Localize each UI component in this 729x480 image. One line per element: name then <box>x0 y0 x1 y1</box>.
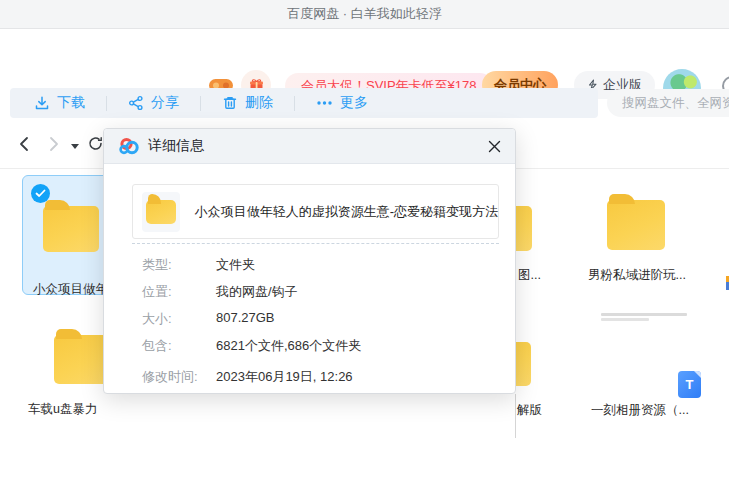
toolbar-divider <box>294 96 295 111</box>
file-item-album[interactable]: T 一刻相册资源（... <box>583 365 729 420</box>
trash-icon <box>222 95 238 111</box>
file-item-label: 车载u盘暴力 <box>28 401 97 418</box>
tiny-caption-line <box>601 318 649 321</box>
file-item-label: 小众项目做年 <box>33 281 108 298</box>
detail-row-contains: 包含: 6821个文件,686个文件夹 <box>142 337 502 353</box>
back-button[interactable] <box>16 135 32 153</box>
action-toolbar: 下载 分享 删除 <box>10 88 598 118</box>
file-name: 小众项目做年轻人的虚拟资源生意-恋爱秘籍变现方法 <box>195 203 498 221</box>
window-titlebar: 百度网盘 · 白羊我如此轻浮 <box>0 0 729 29</box>
album-file-icon: T <box>678 371 701 398</box>
vertical-divider-remnant <box>515 394 516 438</box>
file-item-label: 男粉私域进阶玩... <box>588 267 686 284</box>
dialog-title: 详细信息 <box>148 137 204 155</box>
detail-row-size: 大小: 807.27GB <box>142 310 502 326</box>
baidu-netdisk-window: 百度网盘 · 白羊我如此轻浮 会员大促！SVIP年卡低至¥178 会员中心 <box>0 0 729 480</box>
refresh-button[interactable] <box>86 133 104 153</box>
file-item-fans[interactable]: 男粉私域进阶玩... <box>576 190 698 285</box>
search-input[interactable] <box>607 89 729 117</box>
detail-row-type: 类型: 文件夹 <box>142 256 502 272</box>
history-dropdown-caret[interactable] <box>70 142 80 150</box>
file-item-label-partial: 图... <box>518 267 541 284</box>
caret-down-icon <box>71 144 79 149</box>
close-icon[interactable] <box>486 138 502 154</box>
share-button[interactable]: 分享 <box>128 94 179 112</box>
file-summary-box: 小众项目做年轻人的虚拟资源生意-恋爱秘籍变现方法 <box>132 184 499 239</box>
folder-icon <box>146 200 176 224</box>
netdisk-logo-icon <box>118 136 140 156</box>
toolbar-divider <box>200 96 201 111</box>
file-item-label-partial: 解版 <box>517 402 542 419</box>
folder-thumbnail <box>142 192 180 232</box>
download-button[interactable]: 下载 <box>34 94 85 112</box>
folder-icon <box>43 206 99 252</box>
more-dots-icon <box>316 95 333 111</box>
more-button[interactable]: 更多 <box>316 94 368 112</box>
detail-row-location: 位置: 我的网盘/钩子 <box>142 283 502 299</box>
window-title: 百度网盘 · 白羊我如此轻浮 <box>287 5 442 23</box>
delete-button[interactable]: 删除 <box>222 94 273 112</box>
details-dialog: 详细信息 小众项目做年轻人的虚拟资源生意-恋爱秘籍变现方法 类型: 文件夹 位置… <box>103 128 516 394</box>
share-icon <box>128 95 144 111</box>
detail-row-modified: 修改时间: 2023年06月19日, 12:26 <box>142 368 502 384</box>
dialog-header: 详细信息 <box>104 129 515 164</box>
file-item-label: 一刻相册资源（... <box>591 402 689 419</box>
tiny-caption-line <box>601 313 687 316</box>
dashed-divider <box>132 243 499 244</box>
header-bar: 会员大促！SVIP年卡低至¥178 会员中心 企业版 SVIP 1 <box>0 29 729 86</box>
download-icon <box>34 95 50 111</box>
toolbar-divider <box>106 96 107 111</box>
folder-icon <box>607 200 665 250</box>
forward-button[interactable] <box>46 135 62 153</box>
